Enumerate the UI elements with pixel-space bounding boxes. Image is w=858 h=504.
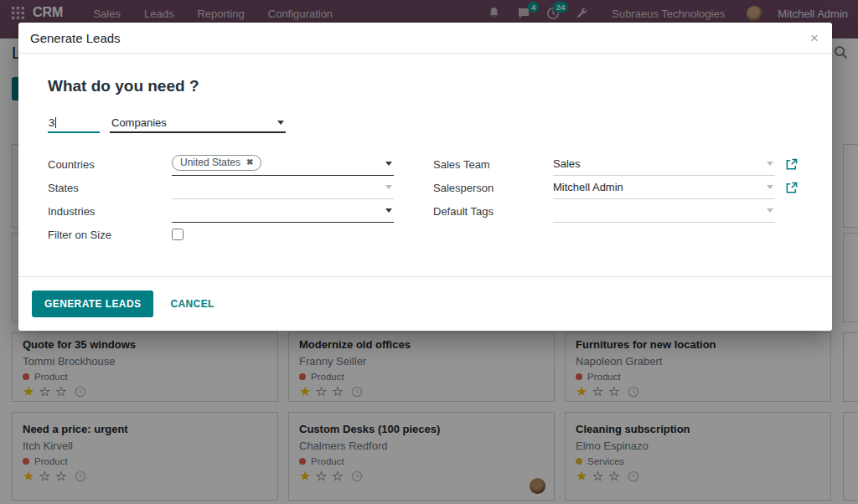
generate-leads-button[interactable]: GENERATE LEADS xyxy=(32,291,153,317)
filter-on-size-label: Filter on Size xyxy=(48,229,172,241)
dialog-header: Generate Leads × xyxy=(18,23,832,54)
country-tag[interactable]: United States ✖ xyxy=(172,155,261,171)
dialog-heading: What do you need ? xyxy=(48,77,199,95)
default-tags-input[interactable] xyxy=(553,199,775,223)
tag-remove-icon[interactable]: ✖ xyxy=(246,157,253,167)
chevron-down-icon[interactable] xyxy=(385,185,392,189)
filter-on-size-checkbox[interactable] xyxy=(172,229,183,240)
chevron-down-icon[interactable] xyxy=(767,162,773,166)
lead-count-input[interactable]: 3 xyxy=(48,114,100,133)
count-type-row: 3 Companies xyxy=(48,114,286,133)
industries-input[interactable] xyxy=(172,199,394,223)
chevron-down-icon xyxy=(277,121,284,125)
dialog-footer: GENERATE LEADS CANCEL xyxy=(18,276,832,331)
text-cursor xyxy=(55,117,56,128)
chevron-down-icon[interactable] xyxy=(385,162,392,166)
countries-input[interactable]: United States ✖ xyxy=(172,152,394,176)
screen: CRM Sales Leads Reporting Configuration … xyxy=(0,0,858,504)
states-input[interactable] xyxy=(172,176,394,199)
chevron-down-icon[interactable] xyxy=(767,185,773,189)
chevron-down-icon[interactable] xyxy=(385,208,392,213)
dialog-title: Generate Leads xyxy=(30,31,121,45)
salesperson-label: Salesperson xyxy=(433,182,553,194)
industries-label: Industries xyxy=(48,205,172,218)
lead-type-select[interactable]: Companies xyxy=(110,114,286,133)
sales-team-input[interactable]: Sales xyxy=(553,152,775,176)
countries-label: Countries xyxy=(48,158,172,171)
states-label: States xyxy=(48,182,172,194)
close-icon[interactable]: × xyxy=(810,31,819,45)
default-tags-label: Default Tags xyxy=(433,205,553,218)
generate-leads-dialog: Generate Leads × What do you need ? 3 Co… xyxy=(18,23,832,331)
cancel-button[interactable]: CANCEL xyxy=(170,298,214,310)
external-link-icon[interactable] xyxy=(785,158,798,171)
dialog-body: What do you need ? 3 Companies Countries… xyxy=(18,54,832,276)
salesperson-input[interactable]: Mitchell Admin xyxy=(553,176,775,199)
external-link-icon[interactable] xyxy=(785,182,798,194)
sales-team-label: Sales Team xyxy=(433,158,553,171)
chevron-down-icon[interactable] xyxy=(767,208,773,213)
